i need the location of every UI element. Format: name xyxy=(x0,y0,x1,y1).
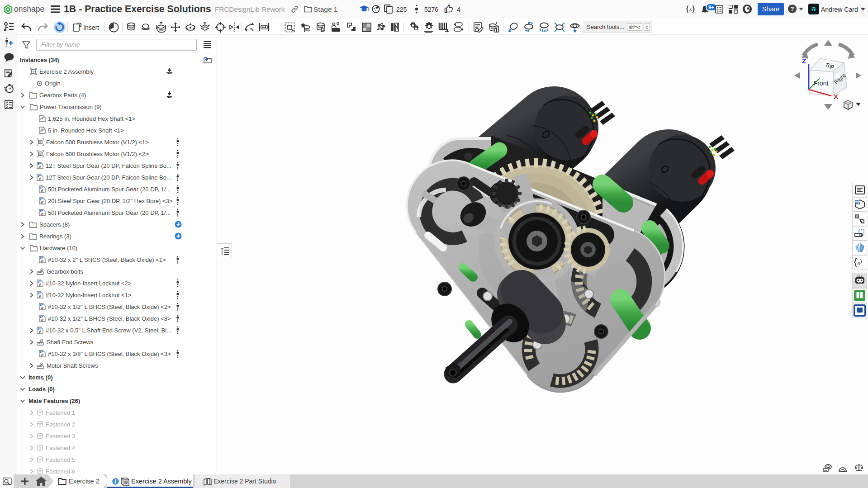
svg-text:Front: Front xyxy=(814,80,829,87)
svg-text:Z: Z xyxy=(802,57,806,65)
svg-text:): ) xyxy=(860,258,862,264)
svg-text:0 1 0: 0 1 0 xyxy=(857,275,862,277)
svg-text:X: X xyxy=(834,93,838,100)
svg-text:?: ? xyxy=(790,5,794,12)
svg-text:x: x xyxy=(857,259,860,266)
